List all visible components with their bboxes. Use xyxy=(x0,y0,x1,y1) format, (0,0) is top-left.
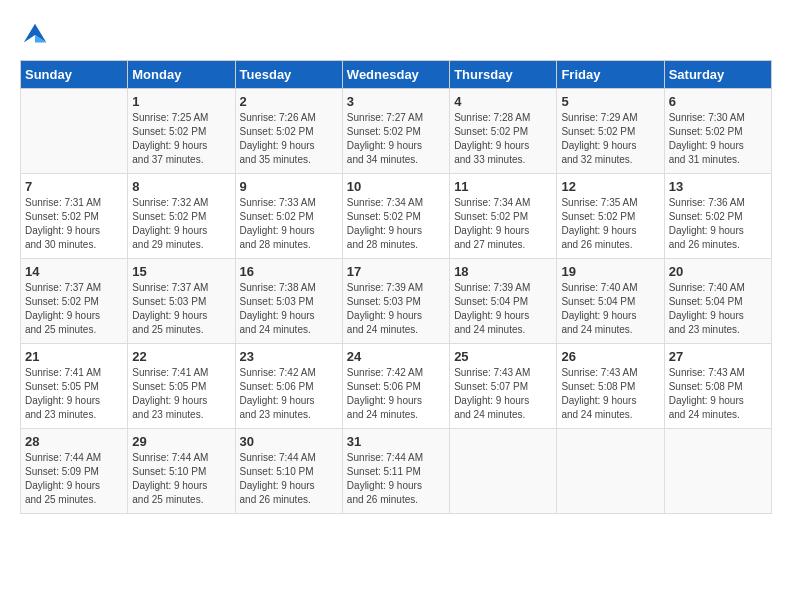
calendar-cell: 2Sunrise: 7:26 AM Sunset: 5:02 PM Daylig… xyxy=(235,89,342,174)
day-number: 25 xyxy=(454,349,552,364)
day-info: Sunrise: 7:42 AM Sunset: 5:06 PM Dayligh… xyxy=(347,366,445,422)
day-info: Sunrise: 7:37 AM Sunset: 5:02 PM Dayligh… xyxy=(25,281,123,337)
day-number: 1 xyxy=(132,94,230,109)
day-info: Sunrise: 7:41 AM Sunset: 5:05 PM Dayligh… xyxy=(132,366,230,422)
calendar-cell: 12Sunrise: 7:35 AM Sunset: 5:02 PM Dayli… xyxy=(557,174,664,259)
logo-icon xyxy=(20,20,50,50)
day-number: 10 xyxy=(347,179,445,194)
page-header xyxy=(20,20,772,50)
day-info: Sunrise: 7:41 AM Sunset: 5:05 PM Dayligh… xyxy=(25,366,123,422)
day-info: Sunrise: 7:35 AM Sunset: 5:02 PM Dayligh… xyxy=(561,196,659,252)
calendar-cell: 7Sunrise: 7:31 AM Sunset: 5:02 PM Daylig… xyxy=(21,174,128,259)
calendar-cell: 18Sunrise: 7:39 AM Sunset: 5:04 PM Dayli… xyxy=(450,259,557,344)
calendar-cell: 10Sunrise: 7:34 AM Sunset: 5:02 PM Dayli… xyxy=(342,174,449,259)
calendar-cell: 15Sunrise: 7:37 AM Sunset: 5:03 PM Dayli… xyxy=(128,259,235,344)
day-number: 11 xyxy=(454,179,552,194)
calendar-table: SundayMondayTuesdayWednesdayThursdayFrid… xyxy=(20,60,772,514)
calendar-week-row: 28Sunrise: 7:44 AM Sunset: 5:09 PM Dayli… xyxy=(21,429,772,514)
day-info: Sunrise: 7:43 AM Sunset: 5:08 PM Dayligh… xyxy=(561,366,659,422)
day-number: 21 xyxy=(25,349,123,364)
day-header-saturday: Saturday xyxy=(664,61,771,89)
day-info: Sunrise: 7:34 AM Sunset: 5:02 PM Dayligh… xyxy=(347,196,445,252)
day-number: 17 xyxy=(347,264,445,279)
day-number: 16 xyxy=(240,264,338,279)
day-number: 26 xyxy=(561,349,659,364)
calendar-week-row: 14Sunrise: 7:37 AM Sunset: 5:02 PM Dayli… xyxy=(21,259,772,344)
calendar-body: 1Sunrise: 7:25 AM Sunset: 5:02 PM Daylig… xyxy=(21,89,772,514)
day-info: Sunrise: 7:39 AM Sunset: 5:03 PM Dayligh… xyxy=(347,281,445,337)
day-info: Sunrise: 7:36 AM Sunset: 5:02 PM Dayligh… xyxy=(669,196,767,252)
day-info: Sunrise: 7:38 AM Sunset: 5:03 PM Dayligh… xyxy=(240,281,338,337)
day-number: 28 xyxy=(25,434,123,449)
day-info: Sunrise: 7:28 AM Sunset: 5:02 PM Dayligh… xyxy=(454,111,552,167)
calendar-cell: 1Sunrise: 7:25 AM Sunset: 5:02 PM Daylig… xyxy=(128,89,235,174)
calendar-cell xyxy=(664,429,771,514)
calendar-cell: 21Sunrise: 7:41 AM Sunset: 5:05 PM Dayli… xyxy=(21,344,128,429)
calendar-cell xyxy=(21,89,128,174)
day-number: 13 xyxy=(669,179,767,194)
day-info: Sunrise: 7:44 AM Sunset: 5:10 PM Dayligh… xyxy=(132,451,230,507)
day-number: 31 xyxy=(347,434,445,449)
day-info: Sunrise: 7:30 AM Sunset: 5:02 PM Dayligh… xyxy=(669,111,767,167)
day-header-wednesday: Wednesday xyxy=(342,61,449,89)
calendar-cell: 28Sunrise: 7:44 AM Sunset: 5:09 PM Dayli… xyxy=(21,429,128,514)
day-info: Sunrise: 7:34 AM Sunset: 5:02 PM Dayligh… xyxy=(454,196,552,252)
calendar-cell: 16Sunrise: 7:38 AM Sunset: 5:03 PM Dayli… xyxy=(235,259,342,344)
calendar-cell: 24Sunrise: 7:42 AM Sunset: 5:06 PM Dayli… xyxy=(342,344,449,429)
calendar-week-row: 7Sunrise: 7:31 AM Sunset: 5:02 PM Daylig… xyxy=(21,174,772,259)
day-header-sunday: Sunday xyxy=(21,61,128,89)
calendar-cell: 3Sunrise: 7:27 AM Sunset: 5:02 PM Daylig… xyxy=(342,89,449,174)
calendar-cell: 27Sunrise: 7:43 AM Sunset: 5:08 PM Dayli… xyxy=(664,344,771,429)
day-info: Sunrise: 7:32 AM Sunset: 5:02 PM Dayligh… xyxy=(132,196,230,252)
calendar-cell: 31Sunrise: 7:44 AM Sunset: 5:11 PM Dayli… xyxy=(342,429,449,514)
calendar-cell: 5Sunrise: 7:29 AM Sunset: 5:02 PM Daylig… xyxy=(557,89,664,174)
day-number: 27 xyxy=(669,349,767,364)
day-info: Sunrise: 7:26 AM Sunset: 5:02 PM Dayligh… xyxy=(240,111,338,167)
calendar-cell: 19Sunrise: 7:40 AM Sunset: 5:04 PM Dayli… xyxy=(557,259,664,344)
day-info: Sunrise: 7:43 AM Sunset: 5:07 PM Dayligh… xyxy=(454,366,552,422)
day-number: 6 xyxy=(669,94,767,109)
calendar-cell: 9Sunrise: 7:33 AM Sunset: 5:02 PM Daylig… xyxy=(235,174,342,259)
calendar-cell: 8Sunrise: 7:32 AM Sunset: 5:02 PM Daylig… xyxy=(128,174,235,259)
day-info: Sunrise: 7:40 AM Sunset: 5:04 PM Dayligh… xyxy=(561,281,659,337)
day-number: 4 xyxy=(454,94,552,109)
day-number: 19 xyxy=(561,264,659,279)
day-number: 22 xyxy=(132,349,230,364)
calendar-cell: 22Sunrise: 7:41 AM Sunset: 5:05 PM Dayli… xyxy=(128,344,235,429)
calendar-cell: 30Sunrise: 7:44 AM Sunset: 5:10 PM Dayli… xyxy=(235,429,342,514)
day-number: 24 xyxy=(347,349,445,364)
calendar-cell: 14Sunrise: 7:37 AM Sunset: 5:02 PM Dayli… xyxy=(21,259,128,344)
day-info: Sunrise: 7:37 AM Sunset: 5:03 PM Dayligh… xyxy=(132,281,230,337)
day-number: 9 xyxy=(240,179,338,194)
calendar-cell: 17Sunrise: 7:39 AM Sunset: 5:03 PM Dayli… xyxy=(342,259,449,344)
calendar-cell: 13Sunrise: 7:36 AM Sunset: 5:02 PM Dayli… xyxy=(664,174,771,259)
day-number: 23 xyxy=(240,349,338,364)
day-number: 18 xyxy=(454,264,552,279)
day-header-friday: Friday xyxy=(557,61,664,89)
day-info: Sunrise: 7:29 AM Sunset: 5:02 PM Dayligh… xyxy=(561,111,659,167)
calendar-cell xyxy=(557,429,664,514)
calendar-week-row: 1Sunrise: 7:25 AM Sunset: 5:02 PM Daylig… xyxy=(21,89,772,174)
day-header-thursday: Thursday xyxy=(450,61,557,89)
calendar-cell xyxy=(450,429,557,514)
calendar-cell: 6Sunrise: 7:30 AM Sunset: 5:02 PM Daylig… xyxy=(664,89,771,174)
day-number: 7 xyxy=(25,179,123,194)
calendar-cell: 25Sunrise: 7:43 AM Sunset: 5:07 PM Dayli… xyxy=(450,344,557,429)
calendar-header-row: SundayMondayTuesdayWednesdayThursdayFrid… xyxy=(21,61,772,89)
calendar-cell: 29Sunrise: 7:44 AM Sunset: 5:10 PM Dayli… xyxy=(128,429,235,514)
day-number: 29 xyxy=(132,434,230,449)
day-header-monday: Monday xyxy=(128,61,235,89)
day-info: Sunrise: 7:42 AM Sunset: 5:06 PM Dayligh… xyxy=(240,366,338,422)
day-info: Sunrise: 7:33 AM Sunset: 5:02 PM Dayligh… xyxy=(240,196,338,252)
day-info: Sunrise: 7:44 AM Sunset: 5:10 PM Dayligh… xyxy=(240,451,338,507)
calendar-cell: 26Sunrise: 7:43 AM Sunset: 5:08 PM Dayli… xyxy=(557,344,664,429)
day-number: 12 xyxy=(561,179,659,194)
calendar-week-row: 21Sunrise: 7:41 AM Sunset: 5:05 PM Dayli… xyxy=(21,344,772,429)
day-number: 14 xyxy=(25,264,123,279)
calendar-cell: 11Sunrise: 7:34 AM Sunset: 5:02 PM Dayli… xyxy=(450,174,557,259)
day-info: Sunrise: 7:40 AM Sunset: 5:04 PM Dayligh… xyxy=(669,281,767,337)
day-info: Sunrise: 7:44 AM Sunset: 5:09 PM Dayligh… xyxy=(25,451,123,507)
day-info: Sunrise: 7:39 AM Sunset: 5:04 PM Dayligh… xyxy=(454,281,552,337)
day-info: Sunrise: 7:44 AM Sunset: 5:11 PM Dayligh… xyxy=(347,451,445,507)
day-header-tuesday: Tuesday xyxy=(235,61,342,89)
